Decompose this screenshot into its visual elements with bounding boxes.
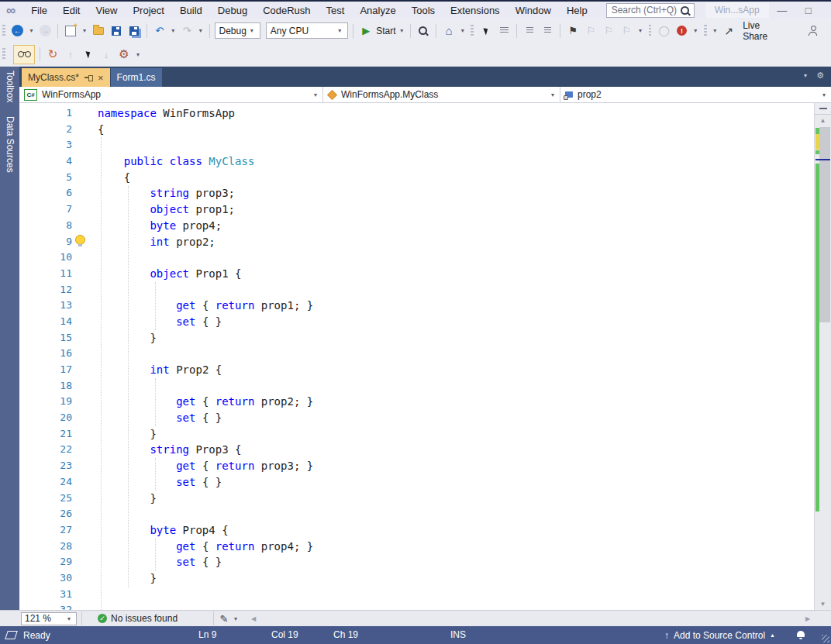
code-line[interactable]: 25 }: [19, 491, 814, 507]
code-line[interactable]: 23 get { return prop3; }: [19, 458, 814, 474]
code-line[interactable]: 28 get { return prop4; }: [19, 539, 814, 555]
menu-item-file[interactable]: File: [23, 3, 55, 18]
status-column-number[interactable]: Col 19: [271, 629, 298, 640]
menu-item-edit[interactable]: Edit: [55, 3, 88, 18]
member-dropdown[interactable]: prop2 ▾: [560, 87, 831, 102]
solution-explorer-button[interactable]: ⌂: [441, 22, 457, 40]
coderush-visualize-toggle[interactable]: [13, 45, 35, 64]
code-line[interactable]: 13 get { return prop1; }: [19, 298, 814, 314]
navigate-forward-button[interactable]: →: [37, 22, 53, 40]
code-line[interactable]: 3: [19, 137, 814, 153]
editor-zoom-dropdown[interactable]: 121 % ▾: [21, 612, 77, 625]
start-debugging-button[interactable]: ▶: [358, 22, 374, 40]
code-line[interactable]: 27 byte Prop4 {: [19, 522, 814, 539]
previous-bookmark-button[interactable]: ⚐: [583, 22, 598, 40]
code-line[interactable]: 26: [19, 506, 814, 522]
document-health-indicator[interactable]: ✓ No issues found: [98, 613, 178, 624]
code-line[interactable]: 5 {: [19, 170, 814, 186]
toolbar-grip[interactable]: [704, 25, 707, 37]
save-button[interactable]: [109, 22, 124, 40]
toolbar-grip[interactable]: [2, 25, 5, 37]
feedback-button[interactable]: [805, 22, 820, 40]
menu-item-project[interactable]: Project: [125, 3, 171, 18]
overflow-caret-icon[interactable]: ▾: [712, 27, 719, 34]
code-line[interactable]: 8 byte prop4;: [19, 218, 814, 234]
tab-myclass-cs-[interactable]: MyClass.cs*×: [22, 68, 110, 87]
add-to-source-control-button[interactable]: ↑ Add to Source Control ▲: [664, 626, 775, 644]
code-line[interactable]: 1namespace WinFormsApp: [19, 105, 814, 122]
save-all-button[interactable]: [126, 22, 142, 40]
vertical-scrollbar[interactable]: ▲ ▼: [814, 103, 831, 610]
code-line[interactable]: 7 object prop1;: [19, 201, 814, 218]
code-line[interactable]: 6 string prop3;: [19, 185, 814, 201]
toggle-bookmark-button[interactable]: ⚑: [565, 22, 581, 40]
code-line[interactable]: 24 set { }: [19, 474, 814, 491]
jump-to-button[interactable]: ↻: [45, 46, 60, 63]
code-line[interactable]: 11 object Prop1 {: [19, 266, 814, 282]
close-button[interactable]: ×: [822, 2, 831, 19]
scrollbar-thumb[interactable]: [819, 127, 830, 322]
properties-button[interactable]: [478, 22, 494, 40]
quick-search-box[interactable]: Search (Ctrl+Q): [606, 3, 695, 18]
code-line[interactable]: 20 set { }: [19, 410, 814, 426]
coderush-caret-icon[interactable]: ▾: [134, 51, 142, 58]
code-line[interactable]: 17 int Prop2 {: [19, 362, 814, 378]
code-line[interactable]: 16: [19, 346, 814, 362]
project-dropdown[interactable]: C# WinFormsApp ▾: [19, 87, 323, 102]
new-dropdown-caret-icon[interactable]: ▾: [81, 27, 88, 34]
lightbulb-icon[interactable]: [75, 235, 85, 245]
code-line[interactable]: 19 get { return prop2; }: [19, 394, 814, 410]
side-panel-tab-toolbox[interactable]: Toolbox: [5, 71, 16, 102]
code-cleanup-caret-icon[interactable]: ▾: [232, 615, 240, 622]
toggle-breakpoint-button[interactable]: ◯: [656, 22, 671, 40]
new-project-button[interactable]: [63, 22, 78, 40]
increase-indent-button[interactable]: [540, 22, 555, 40]
status-line-number[interactable]: Ln 9: [198, 629, 216, 640]
next-bookmark-button[interactable]: ⚐: [601, 22, 616, 40]
code-cleanup-button[interactable]: ✎: [216, 610, 232, 627]
coderush-options-button[interactable]: ⚙: [116, 46, 132, 63]
start-dropdown-caret-icon[interactable]: ▾: [398, 27, 405, 34]
solution-configuration-dropdown[interactable]: Debug ▾: [215, 22, 260, 39]
menu-item-build[interactable]: Build: [172, 3, 210, 18]
tab-form1-cs[interactable]: Form1.cs: [111, 68, 162, 87]
menu-item-help[interactable]: Help: [559, 3, 595, 18]
menu-item-extensions[interactable]: Extensions: [443, 3, 508, 18]
start-label[interactable]: Start: [376, 26, 395, 36]
toolbar-grip[interactable]: [471, 25, 474, 37]
toolbar-grip[interactable]: [649, 25, 652, 37]
undo-dropdown-caret-icon[interactable]: ▾: [170, 27, 177, 34]
code-line[interactable]: 2{: [19, 122, 814, 138]
move-down-button[interactable]: ↓: [98, 46, 114, 63]
find-in-files-button[interactable]: [416, 22, 431, 40]
menu-item-window[interactable]: Window: [508, 3, 559, 18]
clear-bookmarks-button[interactable]: ⚐: [619, 22, 634, 40]
scroll-up-arrow-icon[interactable]: ▲: [815, 115, 831, 126]
open-file-button[interactable]: [91, 22, 106, 40]
error-list-button[interactable]: !: [674, 22, 689, 40]
code-line[interactable]: 18: [19, 378, 814, 394]
status-insert-mode[interactable]: INS: [450, 629, 466, 640]
horizontal-scroll-track[interactable]: [260, 611, 802, 626]
horizontal-scrollbar[interactable]: ◀ ▶: [247, 611, 814, 626]
code-line[interactable]: 22 string Prop3 {: [19, 442, 814, 458]
window-list-caret-icon[interactable]: ▾: [802, 72, 809, 79]
type-dropdown[interactable]: WinFormsApp.MyClass ▾: [323, 87, 560, 102]
tab-settings-gear-icon[interactable]: ⚙: [816, 71, 824, 81]
editor-splitter-handle[interactable]: [815, 103, 831, 115]
menu-item-coderush[interactable]: CodeRush: [255, 3, 318, 18]
menu-item-debug[interactable]: Debug: [210, 3, 255, 18]
menu-item-view[interactable]: View: [88, 3, 125, 18]
code-line[interactable]: 32: [19, 602, 814, 610]
maximize-button[interactable]: □: [795, 2, 822, 19]
code-line[interactable]: 29 set { }: [19, 554, 814, 570]
code-line[interactable]: 10: [19, 250, 814, 266]
side-panel-tab-data-sources[interactable]: Data Sources: [5, 116, 16, 173]
minimize-button[interactable]: —: [769, 2, 795, 19]
pin-icon[interactable]: [84, 74, 92, 81]
code-line[interactable]: 12: [19, 282, 814, 298]
menu-item-tools[interactable]: Tools: [404, 3, 443, 18]
redo-button[interactable]: ↷: [179, 22, 195, 40]
scroll-left-arrow-icon[interactable]: ◀: [247, 615, 260, 622]
code-line[interactable]: 4 public class MyClass: [19, 153, 814, 170]
